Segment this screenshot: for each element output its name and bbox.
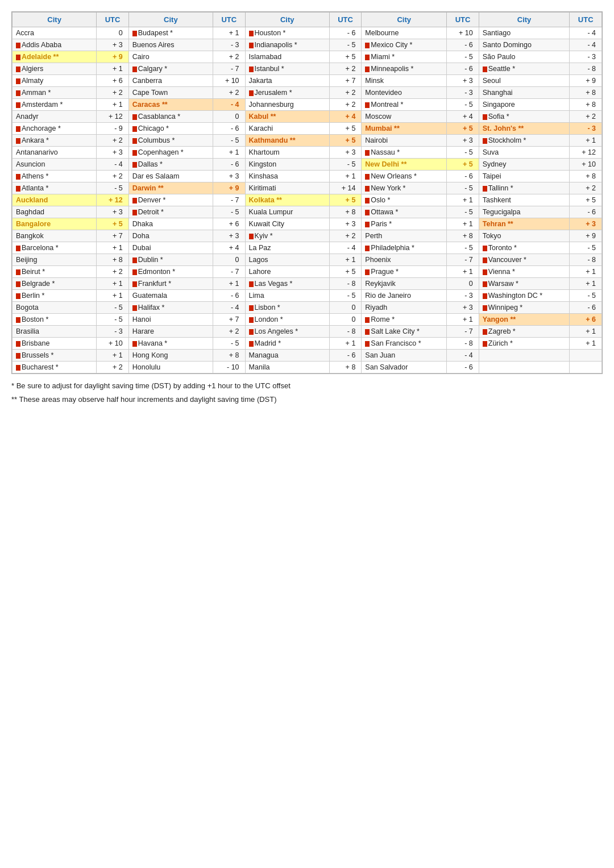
city-cell: Lahore [245, 266, 329, 278]
city-cell: San Salvador [362, 362, 447, 373]
city-cell: ⚑Belgrade * [13, 278, 97, 290]
city-cell: Johannesburg [245, 99, 329, 111]
city-cell: ⚑Winnipeg * [479, 302, 570, 314]
city-cell: Islamabad [245, 51, 329, 63]
utc-cell: - 9 [97, 123, 129, 135]
city-cell: Kolkata ** [245, 194, 329, 206]
utc-cell: + 12 [97, 111, 129, 123]
col-header-utc-5: UTC [570, 13, 602, 27]
flag-icon: ⚑ [483, 246, 487, 251]
table-row: Auckland+ 12⚑Denver *- 7Kolkata **+ 5⚑Os… [13, 194, 602, 206]
city-cell: Karachi [245, 123, 329, 135]
utc-cell: + 3 [447, 302, 479, 314]
utc-cell: + 9 [570, 230, 602, 242]
city-cell: Riyadh [362, 302, 447, 314]
utc-cell: + 2 [97, 362, 129, 373]
city-cell: Taipei [479, 171, 570, 182]
city-cell: ⚑Casablanca * [128, 111, 213, 123]
city-cell: ⚑Addis Ababa [13, 39, 97, 51]
utc-cell: + 1 [213, 27, 245, 39]
city-cell: ⚑Tallinn * [479, 182, 570, 194]
flag-icon: ⚑ [483, 281, 487, 287]
city-cell: Perth [362, 230, 447, 242]
flag-icon: ⚑ [483, 341, 487, 347]
flag-icon: ⚑ [16, 186, 20, 192]
city-cell: ⚑Montreal * [362, 99, 447, 111]
flag-icon: ⚑ [132, 281, 137, 287]
utc-cell: - 5 [329, 159, 362, 171]
utc-cell: + 8 [570, 171, 602, 182]
flag-icon: ⚑ [365, 67, 370, 72]
city-cell: ⚑Dublin * [128, 254, 213, 266]
city-cell: ⚑Barcelona * [13, 242, 97, 254]
city-cell: ⚑Minneapolis * [362, 63, 447, 75]
footnote-2: ** These areas may observe half hour inc… [11, 394, 603, 405]
table-row: ⚑Algiers+ 1⚑Calgary *- 7⚑Istanbul *+ 2⚑M… [13, 63, 602, 75]
flag-icon: ⚑ [365, 269, 370, 275]
flag-icon: ⚑ [365, 102, 370, 108]
city-cell: ⚑Atlanta * [13, 182, 97, 194]
city-cell: Tehran ** [479, 218, 570, 230]
utc-cell: + 10 [97, 338, 129, 350]
city-cell: Santiago [479, 27, 570, 39]
utc-cell: + 14 [329, 182, 362, 194]
table-row: ⚑Adelaide **+ 9Cairo+ 2Islamabad+ 5⚑Miam… [13, 51, 602, 63]
table-row: ⚑Amman *+ 2Cape Town+ 2⚑Jerusalem *+ 2Mo… [13, 87, 602, 99]
utc-cell: + 1 [447, 194, 479, 206]
city-cell: Suva [479, 147, 570, 159]
city-cell: ⚑Beirut * [13, 266, 97, 278]
utc-cell: + 4 [447, 111, 479, 123]
utc-cell: - 5 [447, 242, 479, 254]
city-cell: San Juan [362, 350, 447, 362]
col-header-utc-1: UTC [97, 13, 129, 27]
utc-cell: + 2 [97, 87, 129, 99]
utc-cell: + 3 [97, 206, 129, 218]
city-cell: ⚑Anchorage * [13, 123, 97, 135]
flag-icon: ⚑ [483, 186, 487, 192]
utc-cell: - 4 [213, 99, 245, 111]
city-cell: Beijing [13, 254, 97, 266]
utc-cell: + 9 [213, 182, 245, 194]
utc-cell: + 7 [213, 314, 245, 326]
city-cell: Lima [245, 290, 329, 302]
flag-icon: ⚑ [16, 341, 20, 347]
city-cell: ⚑Budapest * [128, 27, 213, 39]
flag-icon: ⚑ [249, 317, 254, 323]
utc-cell: - 4 [447, 350, 479, 362]
flag-icon: ⚑ [249, 305, 254, 311]
utc-cell: 0 [97, 27, 129, 39]
city-cell: Khartoum [245, 147, 329, 159]
city-cell: ⚑Prague * [362, 266, 447, 278]
utc-cell: - 7 [213, 266, 245, 278]
city-cell: ⚑Frankfurt * [128, 278, 213, 290]
footnotes-section: * Be sure to adjust for daylight saving … [11, 380, 603, 405]
utc-cell [570, 362, 602, 373]
utc-cell: - 6 [213, 123, 245, 135]
city-cell: Seoul [479, 75, 570, 87]
utc-cell: + 1 [97, 278, 129, 290]
timezone-table-wrapper: City UTC City UTC City UTC City UTC City… [11, 11, 603, 374]
flag-icon: ⚑ [365, 55, 370, 60]
city-cell: Hanoi [128, 314, 213, 326]
utc-cell: + 5 [570, 194, 602, 206]
city-cell: ⚑Mexico City * [362, 39, 447, 51]
table-row: ⚑Berlin *+ 1Guatemala- 6Lima- 5Rio de Ja… [13, 290, 602, 302]
utc-cell: - 5 [213, 206, 245, 218]
city-cell: ⚑Rome * [362, 314, 447, 326]
city-cell: Cape Town [128, 87, 213, 99]
flag-icon: ⚑ [249, 31, 254, 36]
utc-cell: + 3 [447, 135, 479, 147]
utc-cell: + 3 [329, 147, 362, 159]
city-cell: ⚑Indianapolis * [245, 39, 329, 51]
utc-cell: + 1 [570, 326, 602, 338]
utc-cell: - 3 [213, 39, 245, 51]
city-cell: ⚑Calgary * [128, 63, 213, 75]
utc-cell: - 7 [447, 326, 479, 338]
utc-cell: - 6 [329, 27, 362, 39]
city-cell: Kabul ** [245, 111, 329, 123]
city-cell: ⚑Amsterdam * [13, 99, 97, 111]
city-cell: Manila [245, 362, 329, 373]
utc-cell: - 3 [97, 326, 129, 338]
utc-cell: + 2 [329, 87, 362, 99]
flag-icon: ⚑ [16, 174, 20, 180]
